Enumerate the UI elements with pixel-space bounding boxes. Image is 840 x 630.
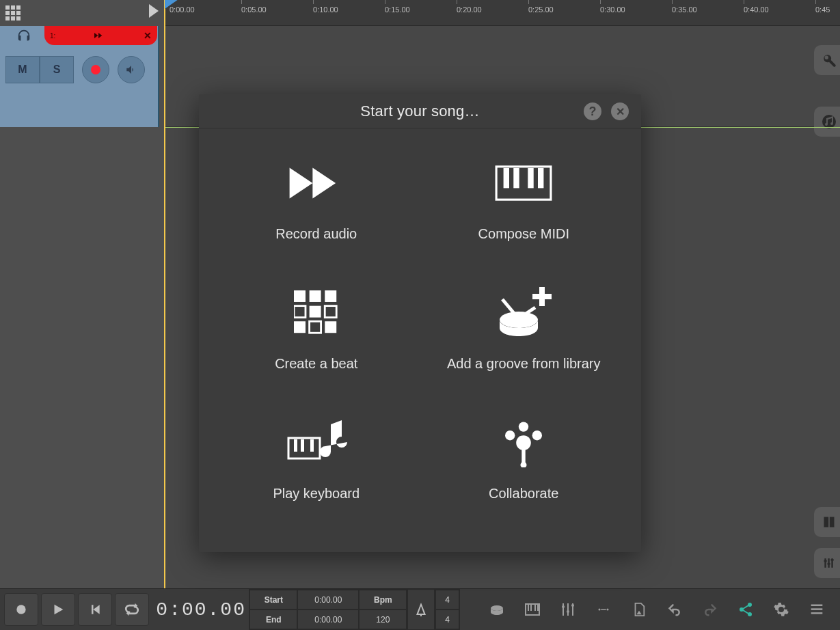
svg-point-43 (571, 604, 574, 607)
svg-rect-37 (528, 605, 529, 611)
svg-rect-12 (309, 290, 321, 302)
svg-rect-4 (828, 563, 830, 565)
svg-point-32 (521, 461, 527, 467)
close-button[interactable]: ✕ (611, 102, 629, 120)
svg-rect-16 (325, 305, 336, 317)
fast-forward-icon (94, 31, 105, 40)
monitor-button[interactable] (118, 56, 145, 83)
grid-layout-button[interactable] (3, 3, 23, 23)
transport-info: Start 0:00.00 Bpm End 0:00.00 120 (249, 589, 407, 630)
svg-rect-26 (310, 439, 314, 452)
panels-button[interactable] (814, 507, 840, 537)
svg-rect-10 (538, 167, 543, 187)
option-label: Play keyboard (273, 486, 360, 502)
ruler-tick: 0:10.00 (313, 5, 338, 14)
sliders-button[interactable] (814, 548, 840, 578)
help-button[interactable]: ? (584, 102, 601, 120)
mute-button[interactable]: M (5, 56, 40, 83)
svg-rect-3 (824, 560, 827, 562)
ruler-tick: 0:05.00 (241, 5, 267, 14)
option-label: Compose MIDI (478, 226, 569, 242)
keyboard-note-icon (286, 419, 347, 467)
option-record-audio[interactable]: Record audio (213, 135, 420, 265)
track-header: 1: ✕ M S (0, 26, 159, 127)
grid-icon (5, 5, 21, 20)
svg-point-33 (16, 605, 25, 614)
svg-rect-7 (504, 167, 509, 187)
track-tab[interactable]: 1: ✕ (44, 26, 157, 45)
bpm-value[interactable]: 120 (359, 610, 407, 629)
pad-grid-icon (286, 289, 347, 337)
svg-rect-8 (514, 167, 519, 187)
track-close-button[interactable]: ✕ (144, 30, 152, 41)
record-arm-button[interactable] (82, 56, 109, 83)
playhead-triangle-icon (165, 0, 178, 9)
bpm-label: Bpm (359, 590, 407, 610)
right-tools-bottom (814, 507, 840, 578)
option-collaborate[interactable]: Collaborate (420, 395, 628, 525)
svg-point-0 (822, 115, 836, 128)
option-add-groove[interactable]: Add a groove from library (420, 265, 628, 395)
svg-rect-52 (811, 612, 823, 614)
svg-rect-34 (420, 615, 422, 616)
file-icon[interactable] (629, 600, 649, 619)
mixer-icon[interactable] (558, 600, 578, 619)
piano-icon[interactable] (523, 600, 542, 619)
svg-rect-18 (309, 321, 321, 333)
record-dot-icon (91, 65, 100, 74)
timeline-ruler[interactable]: 0:00.00 0:05.00 0:10.00 0:15.00 0:20.00 … (164, 0, 840, 26)
drum-icon[interactable] (487, 600, 506, 619)
option-play-keyboard[interactable]: Play keyboard (213, 395, 420, 525)
globe-music-button[interactable] (814, 107, 840, 137)
time-display[interactable]: 0:00.00 (153, 589, 249, 630)
right-tools-top (814, 45, 840, 137)
metronome-button[interactable] (407, 589, 435, 630)
playhead-line[interactable] (164, 0, 165, 588)
svg-rect-13 (325, 290, 336, 302)
svg-point-30 (532, 430, 542, 440)
footer-tools (460, 589, 840, 630)
svg-point-29 (505, 430, 515, 440)
svg-rect-1 (824, 517, 829, 528)
option-label: Collaborate (489, 486, 558, 502)
ruler-tick: 0:30.00 (600, 5, 625, 14)
ruler-tick: 0:25.00 (528, 5, 554, 14)
play-button[interactable] (41, 593, 75, 626)
menu-icon[interactable] (807, 600, 826, 619)
option-label: Create a beat (275, 356, 357, 372)
svg-rect-25 (301, 439, 304, 452)
record-button[interactable] (4, 593, 38, 626)
start-label: Start (249, 590, 297, 610)
track-number: 1: (50, 32, 55, 40)
svg-rect-38 (530, 605, 532, 611)
svg-rect-5 (831, 559, 834, 561)
option-create-beat[interactable]: Create a beat (213, 265, 420, 395)
svg-rect-45 (601, 609, 606, 610)
settings-icon[interactable] (772, 600, 791, 619)
option-label: Add a groove from library (447, 356, 601, 372)
start-value[interactable]: 0:00.00 (297, 590, 359, 610)
time-signature[interactable]: 4 4 (435, 589, 460, 630)
transport-bar: 0:00.00 Start 0:00.00 Bpm End 0:00.00 12… (0, 588, 840, 630)
svg-rect-19 (325, 321, 336, 333)
go-to-start-button[interactable] (78, 593, 112, 626)
trim-icon[interactable] (594, 600, 613, 619)
svg-rect-50 (811, 605, 823, 607)
end-value[interactable]: 0:00.00 (297, 610, 359, 629)
ts-numerator[interactable]: 4 (435, 590, 459, 610)
svg-rect-2 (830, 517, 835, 528)
option-compose-midi[interactable]: Compose MIDI (420, 135, 628, 265)
ruler-tick: 0:15.00 (385, 5, 410, 14)
headphones-button[interactable] (15, 29, 34, 45)
ts-denominator[interactable]: 4 (435, 610, 459, 629)
tools-wrench-button[interactable] (814, 45, 840, 75)
svg-rect-9 (528, 167, 534, 187)
playhead-caret-icon[interactable] (149, 4, 159, 18)
start-song-modal: Start your song… ? ✕ Record audio Compos… (199, 94, 641, 552)
loop-button[interactable] (115, 593, 149, 626)
undo-icon[interactable] (665, 600, 684, 619)
redo-icon[interactable] (701, 600, 720, 619)
solo-button[interactable]: S (40, 56, 74, 83)
share-icon[interactable] (736, 600, 755, 619)
piano-icon (493, 159, 554, 207)
